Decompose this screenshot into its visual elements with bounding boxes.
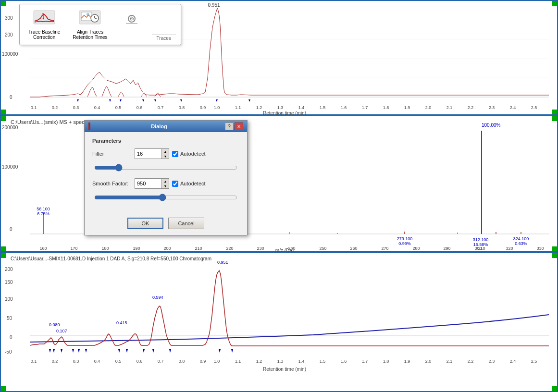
dialog-smooth-label: Smooth Factor:: [92, 181, 131, 186]
dialog-filter-label: Filter: [92, 151, 131, 157]
dialog-smooth-spinbox: ▲ ▼: [135, 178, 169, 189]
dialog-filter-arrows: ▲ ▼: [161, 149, 169, 159]
dialog-help-button[interactable]: ?: [225, 122, 234, 130]
dialog-smooth-input-group: ▲ ▼ Autodetect: [135, 178, 239, 189]
dialog-section-title: Parameters: [92, 138, 239, 144]
dialog-smooth-autodetect-group: Autodetect: [172, 181, 206, 187]
dialog-ok-button[interactable]: OK: [127, 218, 163, 229]
dialog-cancel-button[interactable]: Cancel: [168, 218, 204, 229]
dialog-filter-autodetect-checkbox[interactable]: [172, 151, 178, 157]
dialog-filter-slider-row: [92, 163, 239, 172]
dialog-overlay: Dialog ? ✕ Parameters Filter ▲: [0, 0, 558, 392]
dialog-smooth-input[interactable]: [135, 179, 161, 188]
dialog-smooth-down[interactable]: ▼: [162, 184, 169, 188]
dialog-smooth-autodetect-label: Autodetect: [180, 181, 206, 186]
dialog-smooth-row: Smooth Factor: ▲ ▼ Autodetect: [92, 178, 239, 189]
dialog-filter-autodetect-group: Autodetect: [172, 151, 206, 157]
dialog-smooth-slider-row: [92, 193, 239, 202]
dialog-filter-spinbox: ▲ ▼: [135, 148, 169, 159]
dialog-filter-up[interactable]: ▲: [162, 149, 169, 154]
dialog-filter-input-group: ▲ ▼ Autodetect: [135, 148, 239, 159]
dialog-smooth-up[interactable]: ▲: [162, 179, 169, 184]
dialog-filter-slider-track: [94, 163, 237, 172]
main-container: Injection 1 Function 1 (smix) TIC 300 20…: [0, 0, 558, 392]
dialog-smooth-slider[interactable]: [94, 194, 237, 201]
dialog-filter-down[interactable]: ▼: [162, 154, 169, 159]
dialog-filter-autodetect-label: Autodetect: [180, 151, 206, 157]
dialog-icon-bar: [88, 122, 90, 130]
dialog-footer: OK Cancel: [85, 214, 247, 235]
dialog-filter-slider[interactable]: [94, 164, 237, 172]
dialog-box: Dialog ? ✕ Parameters Filter ▲: [84, 120, 248, 235]
dialog-smooth-autodetect-checkbox[interactable]: [172, 181, 178, 187]
dialog-titlebar: Dialog ? ✕: [85, 121, 247, 132]
dialog-controls: ? ✕: [225, 122, 243, 130]
dialog-filter-input[interactable]: [135, 149, 161, 159]
dialog-content: Parameters Filter ▲ ▼: [85, 132, 247, 214]
dialog-smooth-arrows: ▲ ▼: [161, 179, 169, 188]
dialog-close-button[interactable]: ✕: [235, 122, 243, 130]
dialog-smooth-slider-track: [94, 193, 237, 202]
dialog-title: Dialog: [151, 123, 167, 129]
dialog-filter-row: Filter ▲ ▼ Autodetect: [92, 148, 239, 159]
